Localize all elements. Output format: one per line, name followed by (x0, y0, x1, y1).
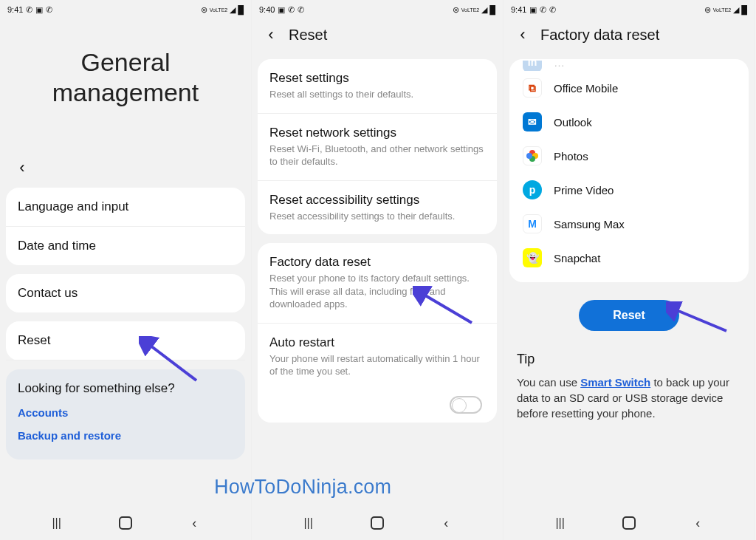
back-button[interactable]: ‹ (186, 515, 202, 531)
back-icon[interactable]: ‹ (262, 25, 280, 44)
page-header: General management (0, 18, 251, 152)
app-list[interactable]: in … ⧉ Office Mobile ✉ Outlook Photos p … (509, 59, 749, 282)
page-title: General management (15, 47, 236, 108)
tip-text-pre: You can use (517, 376, 580, 389)
reset-accessibility-item[interactable]: Reset accessibility settings Reset acces… (258, 181, 497, 235)
item-label: Date and time (18, 239, 233, 253)
reset-network-item[interactable]: Reset network settings Reset Wi-Fi, Blue… (258, 114, 497, 181)
looking-title: Looking for something else? (18, 381, 233, 396)
home-button[interactable] (117, 515, 134, 531)
status-left: 9:41 ✆ ▣ ✆ (7, 5, 52, 14)
back-button[interactable]: ‹ (438, 515, 454, 531)
home-button[interactable] (369, 515, 385, 531)
battery-icon: █ (741, 6, 747, 14)
whatsapp-icon: ✆ (46, 6, 52, 14)
tip-section: Tip You can use Smart Switch to back up … (504, 338, 755, 434)
navigation-bar: ||| ‹ (0, 506, 251, 540)
list-item: ⧉ Office Mobile (509, 71, 749, 105)
recents-button[interactable]: ||| (552, 515, 568, 531)
item-label: Reset (18, 333, 233, 348)
wifi-icon: ⊚ (201, 6, 207, 14)
factory-data-reset-item[interactable]: Factory data reset Reset your phone to i… (258, 243, 497, 324)
item-label: Auto restart (269, 335, 485, 350)
wifi-icon: ⊚ (453, 6, 459, 14)
contact-us-item[interactable]: Contact us (6, 274, 245, 312)
backup-restore-link[interactable]: Backup and restore (18, 429, 233, 442)
status-bar: 9:41 ▣ ✆ ✆ ⊚ VoLTE2 ◢ █ (504, 0, 755, 18)
screen-factory-data-reset: 9:41 ▣ ✆ ✆ ⊚ VoLTE2 ◢ █ ‹ Factory data r… (504, 0, 755, 540)
item-label: Factory data reset (269, 255, 485, 270)
item-label: Reset network settings (269, 126, 485, 140)
reset-button-container: Reset (504, 287, 755, 338)
status-bar: 9:40 ▣ ✆ ✆ ⊚ VoLTE2 ◢ █ (252, 0, 503, 18)
reset-options-list: Reset settings Reset all settings to the… (258, 59, 497, 234)
navigation-bar: ||| ‹ (252, 506, 503, 540)
whatsapp-icon: ✆ (298, 6, 304, 14)
item-sublabel: Reset your phone to its factory default … (269, 272, 485, 311)
battery-icon: █ (238, 6, 244, 14)
item-label: Reset accessibility settings (269, 193, 485, 208)
volte-icon: VoLTE2 (713, 7, 731, 13)
status-bar: 9:41 ✆ ▣ ✆ ⊚ VoLTE2 ◢ █ (0, 0, 251, 18)
auto-restart-toggle[interactable] (450, 396, 482, 414)
outlook-icon: ✉ (523, 112, 542, 131)
gallery-icon: ▣ (278, 6, 285, 14)
status-time: 9:41 (511, 5, 526, 14)
page-title: Factory data reset (540, 27, 659, 44)
settings-list: Contact us (6, 274, 245, 312)
svg-line-9 (673, 309, 726, 331)
reset-item[interactable]: Reset (6, 321, 245, 360)
reset-button[interactable]: Reset (579, 300, 679, 331)
reset-settings-item[interactable]: Reset settings Reset all settings to the… (258, 59, 497, 114)
back-icon[interactable]: ‹ (514, 25, 532, 44)
back-button[interactable]: ‹ (690, 515, 706, 531)
status-time: 9:41 (7, 5, 23, 14)
svg-point-7 (526, 153, 532, 159)
list-item: M Samsung Max (509, 207, 749, 241)
status-right: ⊚ VoLTE2 ◢ █ (704, 6, 747, 14)
photos-icon (523, 146, 542, 165)
item-label: Reset settings (269, 71, 485, 86)
signal-icon: ◢ (733, 6, 739, 14)
whatsapp-icon: ✆ (540, 6, 546, 14)
whatsapp-icon: ✆ (26, 6, 32, 14)
status-right: ⊚ VoLTE2 ◢ █ (453, 6, 495, 14)
item-label: Language and input (18, 199, 233, 214)
volte-icon: VoLTE2 (210, 7, 227, 13)
app-name-label: Prime Video (554, 184, 614, 196)
screen-general-management: 9:41 ✆ ▣ ✆ ⊚ VoLTE2 ◢ █ General manageme… (0, 0, 252, 540)
prime-video-icon: p (523, 180, 542, 199)
navigation-bar: ||| ‹ (504, 506, 755, 540)
status-left: 9:40 ▣ ✆ ✆ (259, 5, 304, 14)
app-name-label: Office Mobile (554, 82, 618, 95)
list-item: in … (509, 61, 749, 71)
settings-list: Language and input Date and time (6, 188, 245, 265)
list-item: p Prime Video (509, 173, 749, 207)
recents-button[interactable]: ||| (49, 515, 65, 531)
accounts-link[interactable]: Accounts (18, 406, 233, 419)
home-button[interactable] (621, 515, 637, 531)
smart-switch-link[interactable]: Smart Switch (580, 376, 650, 389)
page-header: ‹ Factory data reset (504, 18, 755, 55)
tip-text: You can use Smart Switch to back up your… (517, 375, 741, 421)
item-sublabel: Reset accessibility settings to their de… (269, 210, 485, 223)
date-and-time-item[interactable]: Date and time (6, 227, 245, 265)
samsung-max-icon: M (523, 214, 542, 233)
whatsapp-icon: ✆ (288, 6, 295, 14)
volte-icon: VoLTE2 (461, 7, 479, 13)
app-name-label: Outlook (554, 116, 592, 129)
item-sublabel: Reset Wi-Fi, Bluetooth, and other networ… (269, 143, 485, 168)
item-label: Contact us (18, 286, 233, 301)
battery-icon: █ (489, 6, 495, 14)
language-and-input-item[interactable]: Language and input (6, 188, 245, 227)
app-name-label: Snapchat (554, 252, 600, 264)
back-icon[interactable]: ‹ (13, 158, 31, 177)
settings-list: Reset (6, 321, 245, 360)
gallery-icon: ▣ (529, 6, 537, 14)
auto-restart-item[interactable]: Auto restart Your phone will restart aut… (258, 324, 497, 390)
linkedin-icon: in (523, 61, 542, 71)
looking-for-section: Looking for something else? Accounts Bac… (6, 369, 245, 459)
snapchat-icon: 👻 (523, 248, 542, 267)
recents-button[interactable]: ||| (300, 515, 317, 531)
item-sublabel: Your phone will restart automatically wi… (269, 352, 485, 378)
